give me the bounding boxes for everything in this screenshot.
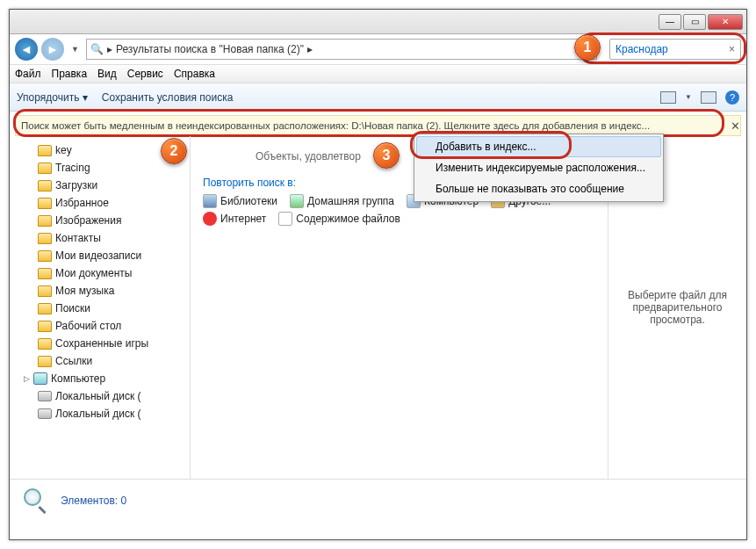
tree-disk[interactable]: Локальный диск ( [22,405,190,423]
menu-bar: Файл Правка Вид Сервис Справка [10,64,746,83]
search-internet[interactable]: Интернет [203,212,266,226]
annotation-badge-1: 1 [574,34,601,61]
folder-icon [38,198,52,209]
forward-button[interactable]: ► [41,38,64,61]
tree-item[interactable]: Мои видеозаписи [22,247,190,264]
preview-pane-icon[interactable] [701,91,716,104]
help-icon[interactable]: ? [725,90,739,105]
folder-icon [38,321,52,332]
folder-icon [38,268,52,279]
disk-icon [38,391,52,401]
ctx-change-locations[interactable]: Изменить индексируемые расположения... [416,157,661,178]
tree-item[interactable]: Избранное [22,194,190,212]
tree-item[interactable]: key [22,141,190,159]
view-dropdown-icon[interactable]: ▼ [685,93,692,101]
folder-icon [38,180,52,191]
tree-item[interactable]: Изображения [22,212,190,229]
close-button[interactable]: ✕ [708,14,743,30]
ctx-dont-show[interactable]: Больше не показывать это сообщение [416,178,661,199]
tree-item[interactable]: Рабочий стол [22,317,190,335]
tree-disk[interactable]: Локальный диск ( [22,387,190,405]
disk-icon [38,408,52,419]
menu-file[interactable]: Файл [15,68,41,80]
back-button[interactable]: ◄ [15,38,38,61]
navigation-tree: key Tracing Загрузки Избранное Изображен… [10,136,191,479]
file-contents-icon [278,212,292,226]
save-search-button[interactable]: Сохранить условия поиска [102,91,234,104]
item-count: Элементов: 0 [61,495,126,507]
folder-icon [38,163,52,174]
menu-tools[interactable]: Сервис [127,68,163,80]
history-dropdown[interactable]: ▼ [71,45,79,54]
address-text: Результаты поиска в "Новая папка (2)" [116,43,304,55]
tree-item[interactable]: Загрузки [22,177,190,194]
internet-icon [203,212,217,226]
search-folder-icon: 🔍 [90,43,104,55]
menu-edit[interactable]: Правка [52,68,88,80]
folder-icon [38,250,52,262]
minimize-button[interactable]: — [659,14,681,30]
annotation-badge-3: 3 [373,142,400,169]
folder-icon [38,356,52,367]
preview-placeholder: Выберите файл для предварительного просм… [617,289,738,326]
address-bar[interactable]: 🔍 ▸ Результаты поиска в "Новая папка (2)… [86,39,597,60]
folder-icon [38,233,52,244]
view-options-icon[interactable] [660,91,676,104]
tree-item[interactable]: Мои документы [22,264,190,282]
libraries-icon [203,194,217,208]
titlebar: — ▭ ✕ [10,10,746,34]
warning-close-icon[interactable]: ✕ [727,118,743,134]
tree-item[interactable]: Ссылки [22,352,190,370]
tree-item[interactable]: Контакты [22,229,190,247]
maximize-button[interactable]: ▭ [683,14,706,30]
tree-item[interactable]: Tracing [22,159,190,177]
organize-button[interactable]: Упорядочить ▾ [17,91,88,104]
search-homegroup[interactable]: Домашняя группа [290,194,394,208]
search-libraries[interactable]: Библиотеки [203,194,277,208]
menu-view[interactable]: Вид [97,68,117,80]
menu-help[interactable]: Справка [174,68,215,80]
search-contents[interactable]: Содержимое файлов [278,212,400,226]
folder-icon [38,285,52,297]
homegroup-icon [290,194,304,208]
folder-icon [38,215,52,227]
computer-icon [33,372,47,385]
command-bar: Упорядочить ▾ Сохранить условия поиска ▼… [10,83,746,112]
tree-item[interactable]: Моя музыка [22,282,190,300]
folder-icon [38,303,52,314]
tree-item[interactable]: Поиски [22,300,190,317]
explorer-window: — ▭ ✕ ◄ ► ▼ 🔍 ▸ Результаты поиска в "Нов… [9,9,747,540]
magnifier-icon [20,487,48,515]
folder-icon [38,338,52,350]
folder-icon [38,145,52,156]
annotation-outline-3 [410,131,572,159]
tree-computer[interactable]: ▷Компьютер [22,370,190,387]
status-bar: Элементов: 0 [10,479,746,521]
tree-item[interactable]: Сохраненные игры [22,335,190,352]
annotation-outline-1 [580,33,746,64]
